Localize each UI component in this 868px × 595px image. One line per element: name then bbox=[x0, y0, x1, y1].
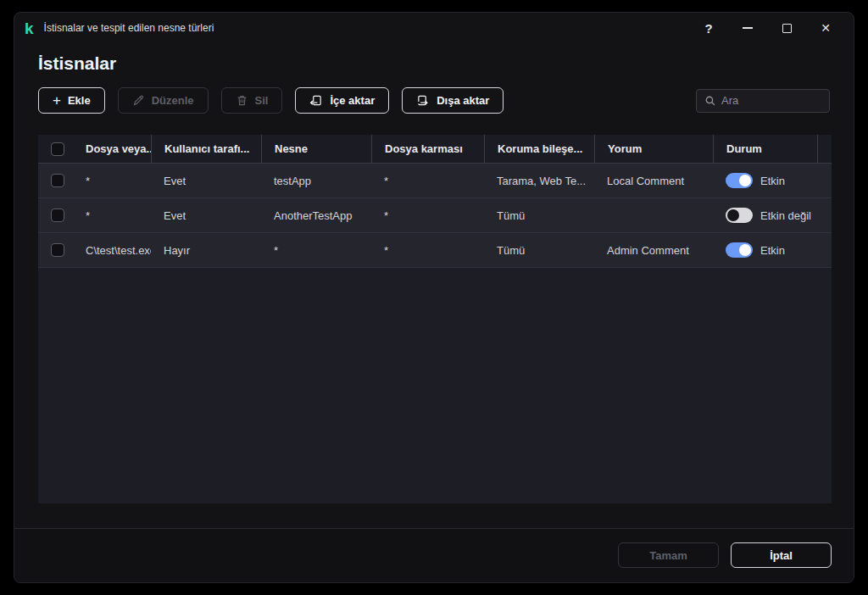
column-header-status[interactable]: Durum bbox=[713, 135, 817, 163]
cell-object: testApp bbox=[261, 175, 371, 187]
cell-comment: Local Comment bbox=[594, 175, 713, 187]
pencil-icon bbox=[132, 94, 145, 107]
window-title: İstisnalar ve tespit edilen nesne türler… bbox=[44, 22, 214, 34]
table-row[interactable]: * Evet AnotherTestApp * Tümü Etkin değil bbox=[38, 198, 832, 233]
cell-path: C\test\test.exe bbox=[73, 244, 151, 257]
cell-component: Tümü bbox=[484, 209, 594, 222]
row-checkbox-cell bbox=[38, 209, 73, 222]
cell-hash: * bbox=[371, 209, 484, 222]
toggle-knob bbox=[739, 175, 751, 186]
cell-status: Etkin değil bbox=[713, 208, 817, 223]
minimize-icon bbox=[743, 27, 753, 29]
close-button[interactable]: ✕ bbox=[806, 13, 845, 43]
trash-icon bbox=[236, 94, 248, 107]
page-title: İstisnalar bbox=[38, 53, 854, 74]
delete-button[interactable]: Sil bbox=[221, 87, 283, 114]
table-row[interactable]: C\test\test.exe Hayır * * Tümü Admin Com… bbox=[38, 233, 832, 268]
search-input[interactable] bbox=[721, 94, 821, 107]
cell-object: * bbox=[261, 244, 371, 257]
column-header-hash[interactable]: Dosya karması bbox=[371, 135, 484, 163]
table-row[interactable]: * Evet testApp * Tarama, Web Te... Local… bbox=[38, 164, 832, 198]
cell-component: Tümü bbox=[484, 244, 594, 257]
status-toggle[interactable] bbox=[726, 173, 753, 188]
column-header-object[interactable]: Nesne bbox=[261, 135, 371, 163]
cell-component: Tarama, Web Te... bbox=[484, 175, 594, 187]
column-header-path[interactable]: Dosya veya... bbox=[73, 135, 151, 163]
cell-path: * bbox=[73, 209, 151, 222]
cell-status: Etkin bbox=[713, 173, 817, 188]
window-controls: ? ✕ bbox=[689, 13, 845, 43]
import-icon bbox=[309, 94, 323, 107]
cell-status: Etkin bbox=[713, 242, 817, 258]
edit-button-label: Düzenle bbox=[152, 94, 194, 107]
column-header-user[interactable]: Kullanıcı tarafı... bbox=[151, 135, 261, 163]
row-checkbox[interactable] bbox=[51, 174, 64, 187]
column-header-component[interactable]: Koruma bileşe... bbox=[484, 135, 594, 163]
exclusions-table: Dosya veya... Kullanıcı tarafı... Nesne … bbox=[38, 135, 832, 503]
row-checkbox[interactable] bbox=[51, 243, 64, 257]
status-label: Etkin değil bbox=[760, 209, 811, 222]
export-button[interactable]: Dışa aktar bbox=[402, 87, 504, 114]
cell-comment: Admin Comment bbox=[594, 244, 713, 257]
edit-button[interactable]: Düzenle bbox=[118, 87, 209, 114]
cell-object: AnotherTestApp bbox=[261, 209, 371, 222]
app-window: k İstisnalar ve tespit edilen nesne türl… bbox=[14, 12, 854, 583]
column-header-spacer bbox=[817, 135, 832, 163]
add-button[interactable]: + Ekle bbox=[38, 87, 105, 114]
ok-button[interactable]: Tamam bbox=[618, 542, 719, 568]
select-all-checkbox[interactable] bbox=[51, 142, 64, 156]
export-icon bbox=[416, 94, 430, 107]
cell-hash: * bbox=[371, 244, 484, 257]
table-header-row: Dosya veya... Kullanıcı tarafı... Nesne … bbox=[38, 135, 832, 164]
help-button[interactable]: ? bbox=[689, 13, 728, 43]
plus-icon: + bbox=[53, 93, 61, 108]
export-button-label: Dışa aktar bbox=[437, 94, 489, 107]
maximize-icon bbox=[782, 24, 792, 33]
toggle-knob bbox=[739, 244, 751, 256]
search-icon bbox=[704, 95, 716, 107]
row-checkbox[interactable] bbox=[51, 209, 64, 222]
select-all-cell bbox=[38, 135, 73, 163]
delete-button-label: Sil bbox=[255, 94, 269, 107]
import-button-label: İçe aktar bbox=[330, 94, 375, 107]
add-button-label: Ekle bbox=[68, 94, 91, 107]
cell-user: Evet bbox=[151, 175, 261, 187]
row-checkbox-cell bbox=[38, 243, 73, 257]
search-box bbox=[696, 89, 830, 113]
cell-user: Hayır bbox=[151, 244, 261, 257]
status-toggle[interactable] bbox=[726, 208, 753, 223]
status-toggle[interactable] bbox=[726, 242, 753, 258]
toolbar: + Ekle Düzenle Sil İçe aktar Dışa aktar bbox=[38, 87, 830, 114]
cancel-button[interactable]: İptal bbox=[731, 542, 832, 568]
cell-hash: * bbox=[371, 175, 484, 187]
cell-user: Evet bbox=[151, 209, 261, 222]
dialog-footer: Tamam İptal bbox=[14, 528, 854, 582]
status-label: Etkin bbox=[760, 244, 785, 257]
maximize-button[interactable] bbox=[767, 13, 806, 43]
title-bar: k İstisnalar ve tespit edilen nesne türl… bbox=[14, 13, 854, 43]
import-button[interactable]: İçe aktar bbox=[295, 87, 389, 114]
cell-path: * bbox=[73, 175, 151, 187]
minimize-button[interactable] bbox=[728, 13, 767, 43]
status-label: Etkin bbox=[760, 175, 785, 187]
row-checkbox-cell bbox=[38, 174, 73, 187]
toggle-knob bbox=[727, 209, 739, 221]
kaspersky-logo-icon: k bbox=[25, 20, 34, 36]
column-header-comment[interactable]: Yorum bbox=[594, 135, 713, 163]
